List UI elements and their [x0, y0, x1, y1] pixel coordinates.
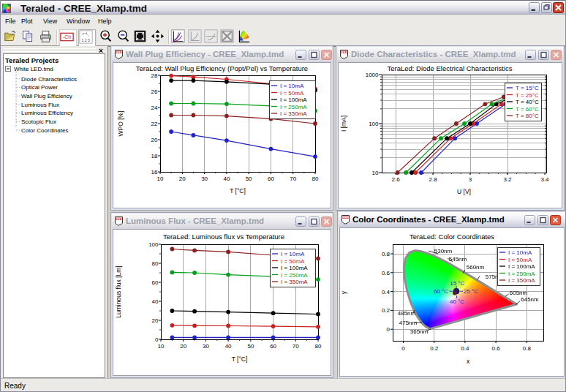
svg-text:15 °C: 15 °C — [450, 280, 464, 287]
svg-text:40: 40 — [225, 343, 232, 350]
svg-text:I = 350mA: I = 350mA — [281, 279, 308, 285]
svg-text:60: 60 — [270, 343, 276, 350]
svg-text:I = 10mA: I = 10mA — [280, 83, 304, 89]
svg-text:3.4: 3.4 — [540, 176, 549, 183]
svg-text:I = 100mA: I = 100mA — [281, 265, 308, 271]
svg-text:28: 28 — [151, 72, 158, 79]
svg-text:60: 60 — [152, 279, 159, 286]
svg-text:50: 50 — [246, 176, 252, 182]
svg-text:645nm: 645nm — [521, 296, 539, 303]
svg-text:18: 18 — [151, 153, 158, 159]
svg-text:I = 100mA: I = 100mA — [280, 97, 307, 103]
svg-text:100: 100 — [369, 121, 379, 127]
svg-text:TeraLed: Luminous flux vs Temp: TeraLed: Luminous flux vs Temperature — [163, 233, 284, 241]
svg-text:2.6: 2.6 — [392, 176, 401, 183]
svg-text:80: 80 — [152, 260, 159, 267]
svg-text:20: 20 — [151, 137, 158, 143]
svg-text:24: 24 — [151, 105, 158, 111]
svg-text:1000: 1000 — [366, 72, 379, 78]
svg-text:30: 30 — [203, 343, 209, 350]
svg-text:70: 70 — [293, 343, 299, 350]
svg-text:I = 100mA: I = 100mA — [508, 263, 535, 270]
svg-text:0: 0 — [155, 336, 159, 343]
svg-text:80: 80 — [312, 176, 319, 182]
svg-text:T [°C]: T [°C] — [230, 187, 246, 195]
svg-text:20: 20 — [180, 343, 186, 350]
svg-text:16: 16 — [151, 169, 158, 176]
svg-text:I [mA]: I [mA] — [340, 116, 347, 132]
svg-text:365nm: 365nm — [410, 328, 429, 335]
svg-text:10: 10 — [157, 176, 164, 182]
svg-text:T = 40°C: T = 40°C — [516, 99, 539, 105]
svg-text:I = 10mA: I = 10mA — [281, 251, 305, 257]
svg-text:60 °C: 60 °C — [434, 288, 448, 295]
svg-text:50: 50 — [247, 343, 254, 350]
svg-text:I = 250mA: I = 250mA — [280, 104, 307, 110]
svg-text:I = 250mA: I = 250mA — [508, 271, 535, 277]
svg-text:I = 350mA: I = 350mA — [508, 277, 535, 284]
svg-text:Luminous flux [Lm]: Luminous flux [Lm] — [115, 265, 122, 317]
svg-text:100: 100 — [148, 241, 159, 248]
svg-text:U [V]: U [V] — [457, 188, 471, 195]
svg-text:485nm: 485nm — [398, 310, 416, 317]
svg-text:T = 80°C: T = 80°C — [516, 113, 539, 119]
svg-text:605nm: 605nm — [510, 290, 528, 296]
svg-text:T = 60°C: T = 60°C — [516, 106, 539, 113]
svg-text:475nm: 475nm — [399, 320, 418, 326]
svg-text:26: 26 — [151, 88, 158, 95]
svg-text:TeraLed: Diode Electrical Char: TeraLed: Diode Electrical Characteristic… — [387, 64, 512, 72]
svg-text:80: 80 — [315, 343, 322, 350]
svg-text:22: 22 — [151, 121, 158, 127]
svg-text:40: 40 — [152, 298, 159, 305]
svg-text:I = 50mA: I = 50mA — [280, 90, 304, 97]
svg-text:20: 20 — [152, 317, 159, 324]
svg-text:I = 250mA: I = 250mA — [281, 272, 308, 279]
svg-text:2.8: 2.8 — [429, 176, 438, 183]
svg-text:T = 25°C: T = 25°C — [516, 92, 539, 99]
svg-text:TeraLed: Wall Plug Efficiency: TeraLed: Wall Plug Efficiency (Popt/Pel)… — [136, 64, 308, 72]
svg-text:560nm: 560nm — [467, 264, 485, 271]
svg-text:40: 40 — [223, 176, 230, 182]
svg-text:20: 20 — [179, 176, 186, 182]
svg-text:10: 10 — [372, 170, 379, 176]
svg-text:60: 60 — [268, 176, 274, 182]
svg-text:70: 70 — [290, 176, 296, 182]
svg-text:I = 50mA: I = 50mA — [508, 257, 532, 263]
svg-text:1 2 3: 1 2 3 — [81, 38, 90, 42]
svg-text:30: 30 — [201, 176, 208, 182]
svg-text:I = 10mA: I = 10mA — [508, 249, 532, 256]
svg-text:T [°C]: T [°C] — [232, 355, 248, 363]
svg-text:40 °C: 40 °C — [450, 298, 464, 305]
svg-text:I = 50mA: I = 50mA — [281, 258, 305, 265]
svg-text:10: 10 — [158, 343, 165, 350]
svg-text:WPO [%]: WPO [%] — [117, 111, 124, 137]
svg-text:-Ch: -Ch — [63, 34, 71, 39]
svg-text:T = 15°C: T = 15°C — [516, 85, 539, 91]
svg-text:3: 3 — [469, 176, 472, 183]
svg-text:I = 350mA: I = 350mA — [280, 110, 307, 117]
svg-text:3.2: 3.2 — [503, 176, 512, 183]
svg-text:25 °C: 25 °C — [464, 288, 478, 295]
